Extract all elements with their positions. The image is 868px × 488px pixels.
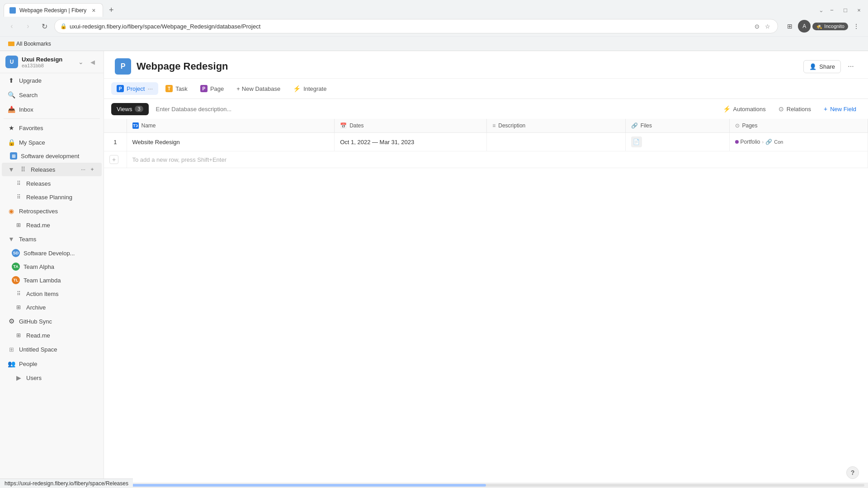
extensions-icon[interactable]: ⊞ <box>783 20 796 33</box>
address-bar[interactable]: 🔒 uxui-redesign.fibery.io/fibery/space/W… <box>54 19 778 33</box>
sidebar-item-people[interactable]: 👥 People <box>2 357 102 371</box>
col-name-type-icon: Tↄ <box>132 122 139 129</box>
tab-close-button[interactable]: × <box>90 7 97 14</box>
releases-add-button[interactable]: + <box>88 165 96 174</box>
window-close-button[interactable]: × <box>854 5 864 15</box>
back-button[interactable]: ‹ <box>5 20 18 33</box>
active-tab[interactable]: Webpage Redesign | Fibery × <box>4 3 103 17</box>
releases-collapse-icon[interactable]: ▼ <box>7 165 15 174</box>
database-tabs: P Project ··· T Task P Page + New Databa… <box>104 79 868 99</box>
scrollbar-thumb[interactable] <box>108 484 486 487</box>
sidebar-item-inbox[interactable]: 📥 Inbox <box>2 103 102 116</box>
sidebar-item-upgrade[interactable]: ⬆ Upgrade <box>2 74 102 87</box>
url-tooltip: https://uxui-redesign.fibery.io/fibery/s… <box>0 479 133 488</box>
sidebar-item-archive[interactable]: ⊞ Archive <box>2 301 102 314</box>
task-tab-icon: T <box>165 85 173 92</box>
add-row-hint-row[interactable]: + To add a new row, press Shift+Enter <box>104 151 868 168</box>
integrate-button[interactable]: ⚡ Integrate <box>288 82 332 95</box>
description-input[interactable] <box>152 103 715 115</box>
help-button[interactable]: ? <box>846 466 859 479</box>
page-title: Webpage Redesign <box>137 61 798 72</box>
new-field-button[interactable]: + New Field <box>819 103 861 115</box>
relations-button[interactable]: ⊙ Relations <box>774 103 816 115</box>
page-link[interactable]: Portfolio › 🔗 Con <box>735 139 862 145</box>
new-database-button[interactable]: + New Database <box>231 83 286 95</box>
horizontal-scrollbar[interactable] <box>104 483 868 488</box>
sidebar-item-software-develop[interactable]: SD Software Develop... <box>2 247 102 259</box>
teams-collapse-icon[interactable]: ▼ <box>7 235 15 243</box>
lock-icon: 🔒 <box>60 23 67 29</box>
tab-project[interactable]: P Project ··· <box>111 82 158 95</box>
address-bar-row: ‹ › ↻ 🔒 uxui-redesign.fibery.io/fibery/s… <box>0 16 868 36</box>
tab-title: Webpage Redesign | Fibery <box>19 7 86 14</box>
sidebar-item-teams[interactable]: ▼ Teams <box>2 232 102 246</box>
bookmark-star-icon[interactable]: ☆ <box>763 22 772 31</box>
main-content: P Webpage Redesign 👤 Share ··· P Project… <box>104 51 868 488</box>
workspace-name: Uxui Redesign <box>22 56 75 63</box>
sidebar-item-my-space[interactable]: 🔒 My Space <box>2 136 102 149</box>
sidebar-item-users[interactable]: ▶ Users <box>2 371 102 384</box>
relations-icon: ⊙ <box>778 105 784 113</box>
row-description-cell <box>487 133 625 151</box>
sidebar-item-untitled-space[interactable]: ⊞ Untitled Space <box>2 343 102 356</box>
search-icon: 🔍 <box>7 91 15 99</box>
sidebar-item-team-alpha[interactable]: TA Team Alpha <box>2 260 102 273</box>
sidebar-item-release-planning[interactable]: ⠿ Release Planning <box>2 191 102 203</box>
views-count-badge: 3 <box>135 106 143 112</box>
window-scroll-down[interactable]: ⌄ <box>819 7 824 14</box>
reload-button[interactable]: ↻ <box>38 20 51 33</box>
users-expand-icon[interactable]: ▶ <box>14 374 23 382</box>
sidebar-item-software-dev[interactable]: ⊞ Software development <box>2 150 102 162</box>
sidebar-item-search[interactable]: 🔍 Search <box>2 88 102 102</box>
share-icon: 👤 <box>809 63 816 70</box>
forward-button[interactable]: › <box>22 20 34 33</box>
workspace-chevron-icon[interactable]: ⌄ <box>78 58 84 66</box>
browser-chrome: Webpage Redesign | Fibery × + ⌄ − □ × ‹ … <box>0 0 868 51</box>
window-maximize-button[interactable]: □ <box>840 5 851 15</box>
sidebar-item-github-sync[interactable]: ⚙ GitHub Sync <box>2 314 102 328</box>
workspace-avatar: U <box>5 56 18 68</box>
sidebar-item-favorites[interactable]: ★ Favorites <box>2 121 102 135</box>
col-files-icon: 🔗 <box>631 122 638 129</box>
sidebar-item-retrospectives[interactable]: ◉ Retrospectives <box>2 204 102 218</box>
window-minimize-button[interactable]: − <box>826 5 837 15</box>
add-row-plus-icon[interactable]: + <box>109 155 118 164</box>
sidebar-item-github-readme[interactable]: ⊞ Read.me <box>2 329 102 342</box>
col-files-label: Files <box>641 122 652 129</box>
camera-icon[interactable]: ⊙ <box>752 22 761 31</box>
table-container[interactable]: Tↄ Name 📅 Dates ≡ <box>104 119 868 483</box>
add-row-plus-cell[interactable]: + <box>104 151 127 168</box>
project-tab-more-button[interactable]: ··· <box>147 85 153 92</box>
row-name-cell[interactable]: Website Redesign <box>127 133 335 151</box>
team-alpha-avatar: TA <box>12 263 20 271</box>
inbox-icon: 📥 <box>7 105 15 113</box>
views-button[interactable]: Views 3 <box>111 103 149 115</box>
sidebar-item-team-lambda[interactable]: TL Team Lambda <box>2 274 102 286</box>
browser-menu-button[interactable]: ⋮ <box>850 20 863 33</box>
tab-page[interactable]: P Page <box>195 82 229 95</box>
profile-icon[interactable]: A <box>798 20 811 33</box>
toolbar: Views 3 ⚡ Automations ⊙ Relations + New … <box>104 99 868 119</box>
sidebar-item-releases-sub[interactable]: ⠿ Releases <box>2 177 102 190</box>
untitled-space-icon: ⊞ <box>7 345 15 353</box>
col-header-pages: ⊙ Pages <box>729 119 868 133</box>
col-header-description: ≡ Description <box>487 119 625 133</box>
sidebar-collapse-button[interactable]: ◀ <box>87 56 98 67</box>
github-icon: ⚙ <box>7 317 15 325</box>
favorites-icon: ★ <box>7 124 15 132</box>
sidebar-item-action-items[interactable]: ⠿ Action Items <box>2 287 102 300</box>
table-row[interactable]: 1 Website Redesign Oct 1, 2022 — Mar 31,… <box>104 133 868 151</box>
add-row-hint-cell: To add a new row, press Shift+Enter <box>127 151 868 168</box>
share-button[interactable]: 👤 Share <box>803 60 841 73</box>
file-attachment-icon: 📄 <box>631 136 642 147</box>
automations-button[interactable]: ⚡ Automations <box>718 103 770 115</box>
tab-task[interactable]: T Task <box>160 82 193 95</box>
sidebar-item-readme[interactable]: ⊞ Read.me <box>2 219 102 231</box>
new-tab-button[interactable]: + <box>105 4 118 16</box>
scrollbar-track <box>108 484 864 487</box>
sidebar-item-releases[interactable]: ▼ ⠿ Releases ··· + <box>2 163 102 176</box>
releases-actions: ··· + <box>79 165 96 174</box>
releases-more-button[interactable]: ··· <box>79 165 87 174</box>
bookmarks-all-item[interactable]: All Bookmarks <box>5 40 54 48</box>
more-options-button[interactable]: ··· <box>844 60 857 73</box>
